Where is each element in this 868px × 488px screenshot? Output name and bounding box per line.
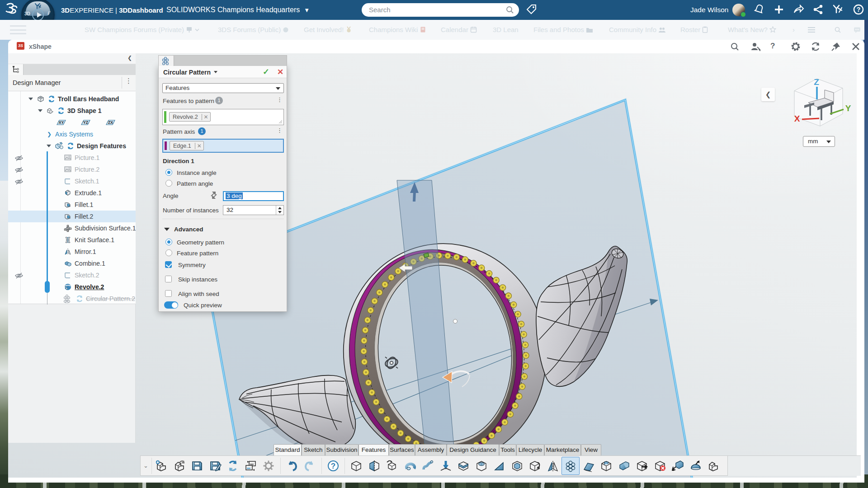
svg-text:XY: XY <box>59 120 64 125</box>
svg-text:?: ? <box>857 6 861 13</box>
svg-text:ZX: ZX <box>108 120 113 125</box>
svg-text:Z: Z <box>814 77 819 87</box>
svg-text:Y: Y <box>845 103 851 113</box>
svg-text:X: X <box>794 114 800 123</box>
svg-text:YZ: YZ <box>83 120 88 125</box>
svg-text:?: ? <box>330 462 335 470</box>
